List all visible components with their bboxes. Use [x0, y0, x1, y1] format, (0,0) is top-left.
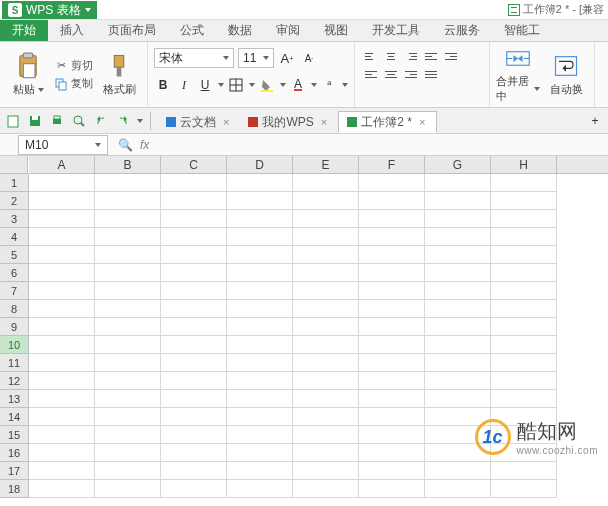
- cell-F8[interactable]: [359, 300, 425, 318]
- tab-审阅[interactable]: 审阅: [264, 20, 312, 41]
- italic-button[interactable]: I: [175, 76, 193, 94]
- cell-C5[interactable]: [161, 246, 227, 264]
- cell-D10[interactable]: [227, 336, 293, 354]
- cell-H7[interactable]: [491, 282, 557, 300]
- cell-B8[interactable]: [95, 300, 161, 318]
- cell-C13[interactable]: [161, 390, 227, 408]
- font-name-select[interactable]: 宋体: [154, 48, 234, 68]
- cell-H9[interactable]: [491, 318, 557, 336]
- cell-C1[interactable]: [161, 174, 227, 192]
- save-button[interactable]: [26, 112, 44, 130]
- row-header-5[interactable]: 5: [0, 246, 28, 264]
- border-button[interactable]: [227, 76, 245, 94]
- cell-C2[interactable]: [161, 192, 227, 210]
- cell-C8[interactable]: [161, 300, 227, 318]
- cell-G1[interactable]: [425, 174, 491, 192]
- cell-E18[interactable]: [293, 480, 359, 498]
- cell-E14[interactable]: [293, 408, 359, 426]
- indent-decrease-button[interactable]: [423, 48, 439, 64]
- tab-数据[interactable]: 数据: [216, 20, 264, 41]
- cell-F5[interactable]: [359, 246, 425, 264]
- cell-C9[interactable]: [161, 318, 227, 336]
- column-header-C[interactable]: C: [161, 156, 227, 173]
- cell-F13[interactable]: [359, 390, 425, 408]
- cell-A5[interactable]: [29, 246, 95, 264]
- cell-G12[interactable]: [425, 372, 491, 390]
- bold-button[interactable]: B: [154, 76, 172, 94]
- cell-D5[interactable]: [227, 246, 293, 264]
- row-header-12[interactable]: 12: [0, 372, 28, 390]
- cell-F15[interactable]: [359, 426, 425, 444]
- font-size-select[interactable]: 11: [238, 48, 274, 68]
- row-header-7[interactable]: 7: [0, 282, 28, 300]
- cell-B11[interactable]: [95, 354, 161, 372]
- cell-A17[interactable]: [29, 462, 95, 480]
- select-all-corner[interactable]: [0, 156, 28, 174]
- cell-B17[interactable]: [95, 462, 161, 480]
- close-icon[interactable]: ×: [220, 116, 232, 128]
- column-header-G[interactable]: G: [425, 156, 491, 173]
- cell-G4[interactable]: [425, 228, 491, 246]
- phonetic-button[interactable]: ᵃ: [320, 76, 338, 94]
- cell-E7[interactable]: [293, 282, 359, 300]
- print-button[interactable]: [48, 112, 66, 130]
- cell-B13[interactable]: [95, 390, 161, 408]
- cell-F12[interactable]: [359, 372, 425, 390]
- cell-H14[interactable]: [491, 408, 557, 426]
- cell-D9[interactable]: [227, 318, 293, 336]
- row-header-17[interactable]: 17: [0, 462, 28, 480]
- cell-D18[interactable]: [227, 480, 293, 498]
- cell-C16[interactable]: [161, 444, 227, 462]
- align-top-right-button[interactable]: [403, 48, 419, 64]
- cell-G9[interactable]: [425, 318, 491, 336]
- cell-H4[interactable]: [491, 228, 557, 246]
- cell-E3[interactable]: [293, 210, 359, 228]
- row-header-11[interactable]: 11: [0, 354, 28, 372]
- align-center-button[interactable]: [383, 66, 399, 82]
- font-shrink-button[interactable]: A-: [300, 49, 318, 67]
- row-header-14[interactable]: 14: [0, 408, 28, 426]
- cell-E9[interactable]: [293, 318, 359, 336]
- cell-A10[interactable]: [29, 336, 95, 354]
- cell-F17[interactable]: [359, 462, 425, 480]
- cell-H12[interactable]: [491, 372, 557, 390]
- cell-E6[interactable]: [293, 264, 359, 282]
- row-header-6[interactable]: 6: [0, 264, 28, 282]
- column-header-E[interactable]: E: [293, 156, 359, 173]
- tab-视图[interactable]: 视图: [312, 20, 360, 41]
- close-icon[interactable]: ×: [318, 116, 330, 128]
- qat-customize-icon[interactable]: [137, 119, 143, 123]
- cell-B6[interactable]: [95, 264, 161, 282]
- cell-E12[interactable]: [293, 372, 359, 390]
- cell-A18[interactable]: [29, 480, 95, 498]
- cell-F9[interactable]: [359, 318, 425, 336]
- cell-G11[interactable]: [425, 354, 491, 372]
- cell-A2[interactable]: [29, 192, 95, 210]
- search-icon[interactable]: 🔍: [118, 138, 132, 152]
- new-tab-button[interactable]: +: [586, 112, 604, 130]
- fill-color-button[interactable]: [258, 76, 276, 94]
- column-header-B[interactable]: B: [95, 156, 161, 173]
- cell-C10[interactable]: [161, 336, 227, 354]
- cell-B3[interactable]: [95, 210, 161, 228]
- wrap-text-button[interactable]: 自动换: [544, 45, 588, 104]
- name-box[interactable]: M10: [18, 135, 108, 155]
- font-color-button[interactable]: A: [289, 76, 307, 94]
- tab-插入[interactable]: 插入: [48, 20, 96, 41]
- cell-A12[interactable]: [29, 372, 95, 390]
- cell-D15[interactable]: [227, 426, 293, 444]
- cell-C15[interactable]: [161, 426, 227, 444]
- cell-E5[interactable]: [293, 246, 359, 264]
- indent-increase-button[interactable]: [443, 48, 459, 64]
- doctab-我的WPS[interactable]: 我的WPS×: [240, 111, 338, 133]
- cell-F14[interactable]: [359, 408, 425, 426]
- cell-D8[interactable]: [227, 300, 293, 318]
- cell-E11[interactable]: [293, 354, 359, 372]
- cell-D12[interactable]: [227, 372, 293, 390]
- row-header-3[interactable]: 3: [0, 210, 28, 228]
- cell-D2[interactable]: [227, 192, 293, 210]
- cell-A14[interactable]: [29, 408, 95, 426]
- format-painter-button[interactable]: 格式刷: [97, 45, 141, 104]
- row-header-2[interactable]: 2: [0, 192, 28, 210]
- cell-G18[interactable]: [425, 480, 491, 498]
